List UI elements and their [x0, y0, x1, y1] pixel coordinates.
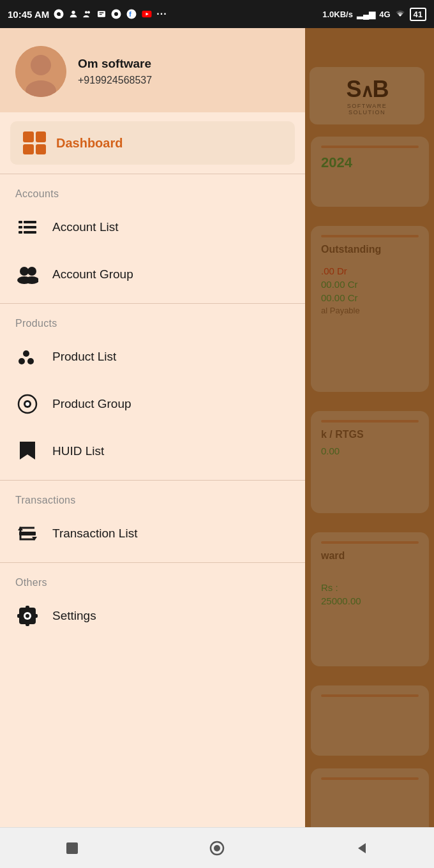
- svg-point-3: [87, 11, 90, 13]
- svg-point-1: [72, 11, 75, 14]
- network-speed: 1.0KB/s: [322, 10, 353, 19]
- svg-point-20: [20, 267, 29, 276]
- whatsapp-icon: [53, 8, 64, 20]
- account-group-label: Account Group: [52, 267, 133, 281]
- overlay-dim: [305, 28, 434, 827]
- svg-rect-37: [26, 623, 29, 626]
- back-icon: [354, 841, 370, 856]
- time-display: 10:45 AM: [8, 9, 49, 20]
- svg-point-7: [127, 10, 137, 19]
- svg-rect-18: [19, 231, 22, 234]
- products-section-header: Products: [0, 309, 305, 333]
- icon1: [68, 9, 79, 19]
- settings-label: Settings: [52, 609, 96, 623]
- icon3: [96, 9, 107, 19]
- signal-bars: ▂▄▆: [357, 10, 375, 19]
- battery-display: 41: [410, 8, 426, 21]
- svg-rect-38: [17, 614, 20, 618]
- svg-point-6: [114, 12, 118, 16]
- divider-4: [0, 562, 305, 563]
- svg-rect-40: [66, 842, 78, 854]
- status-bar: 10:45 AM f ··· 1.0KB/s ▂▄▆ 4G 41: [0, 0, 434, 28]
- gear-icon: [15, 604, 40, 628]
- svg-rect-39: [34, 614, 38, 618]
- divider-1: [0, 174, 305, 174]
- huid-list-label: HUID List: [52, 444, 104, 458]
- svg-point-35: [26, 614, 29, 618]
- icon2: [82, 9, 93, 19]
- svg-point-25: [27, 358, 34, 364]
- profile-phone: +919924568537: [78, 75, 152, 86]
- film-icon: [15, 392, 40, 416]
- youtube-icon: [141, 8, 153, 20]
- account-group-item[interactable]: Account Group: [0, 251, 305, 298]
- dashboard-menu-item[interactable]: Dashboard: [10, 121, 295, 165]
- profile-info: Om software +919924568537: [78, 57, 152, 86]
- transaction-list-item[interactable]: Transaction List: [0, 510, 305, 557]
- nav-back-button[interactable]: [347, 833, 377, 864]
- accounts-section-header: Accounts: [0, 179, 305, 204]
- svg-text:f: f: [130, 10, 132, 18]
- network-type: 4G: [379, 10, 390, 19]
- profile-name: Om software: [78, 57, 152, 71]
- product-list-item[interactable]: Product List: [0, 333, 305, 380]
- divider-2: [0, 303, 305, 304]
- nav-square-button[interactable]: [57, 833, 87, 864]
- svg-point-42: [214, 845, 220, 851]
- wifi-icon: [394, 10, 406, 19]
- product-group-label: Product Group: [52, 397, 131, 411]
- product-list-label: Product List: [52, 350, 116, 364]
- product-group-item[interactable]: Product Group: [0, 380, 305, 428]
- bottom-navigation: [0, 827, 434, 868]
- svg-rect-15: [24, 221, 36, 223]
- svg-rect-16: [19, 226, 22, 228]
- transfer-icon: [15, 521, 40, 546]
- svg-marker-43: [358, 843, 366, 853]
- status-left: 10:45 AM f ···: [8, 8, 167, 20]
- account-list-item[interactable]: Account List: [0, 204, 305, 251]
- svg-rect-17: [24, 226, 36, 228]
- dashboard-icon: [23, 131, 46, 154]
- list-icon: [15, 215, 40, 239]
- avatar: [15, 46, 66, 97]
- huid-list-item[interactable]: HUID List: [0, 428, 305, 475]
- status-right: 1.0KB/s ▂▄▆ 4G 41: [322, 8, 426, 21]
- transactions-section-header: Transactions: [0, 486, 305, 510]
- group-icon: [15, 262, 40, 287]
- transaction-list-label: Transaction List: [52, 527, 137, 541]
- navigation-drawer: Om software +919924568537 Dashboard Acco…: [0, 28, 305, 827]
- divider-3: [0, 480, 305, 481]
- svg-point-23: [25, 276, 38, 284]
- svg-point-24: [19, 358, 25, 364]
- svg-point-29: [26, 402, 29, 406]
- circle-icon: [209, 841, 225, 856]
- settings-item[interactable]: Settings: [0, 592, 305, 640]
- svg-rect-19: [24, 231, 36, 234]
- others-section-header: Others: [0, 568, 305, 592]
- facebook-icon: f: [126, 8, 137, 20]
- svg-point-26: [23, 350, 29, 357]
- svg-rect-30: [19, 532, 36, 535]
- dashboard-label: Dashboard: [56, 136, 123, 151]
- nav-home-button[interactable]: [202, 833, 232, 864]
- account-list-label: Account List: [52, 220, 119, 234]
- dots-icon: [15, 345, 40, 369]
- svg-rect-14: [19, 221, 22, 223]
- svg-point-12: [31, 55, 51, 75]
- more-dots: ···: [156, 8, 167, 20]
- square-icon: [64, 841, 80, 856]
- bookmark-icon: [15, 439, 40, 463]
- profile-section: Om software +919924568537: [0, 28, 305, 112]
- chrome-icon: [110, 8, 122, 20]
- svg-point-2: [85, 11, 87, 13]
- avatar-image: [15, 46, 66, 97]
- svg-point-21: [27, 267, 36, 276]
- svg-rect-36: [26, 606, 29, 609]
